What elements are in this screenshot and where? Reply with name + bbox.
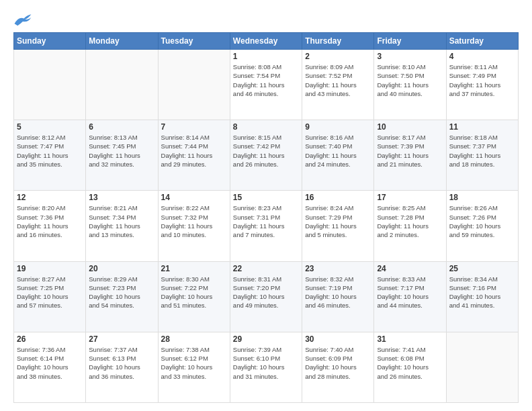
day-info: Sunrise: 8:14 AM Sunset: 7:44 PM Dayligh… [161,133,227,169]
day-info: Sunrise: 7:38 AM Sunset: 6:12 PM Dayligh… [161,345,227,381]
calendar-cell: 12Sunrise: 8:20 AM Sunset: 7:36 PM Dayli… [14,191,86,261]
day-number: 11 [449,122,515,132]
calendar-cell: 25Sunrise: 8:34 AM Sunset: 7:16 PM Dayli… [446,261,518,332]
calendar-week-3: 12Sunrise: 8:20 AM Sunset: 7:36 PM Dayli… [14,191,519,261]
day-number: 27 [89,334,154,344]
day-info: Sunrise: 8:12 AM Sunset: 7:47 PM Dayligh… [17,133,83,169]
col-header-thursday: Thursday [302,33,374,50]
calendar-cell: 9Sunrise: 8:16 AM Sunset: 7:40 PM Daylig… [302,120,374,191]
day-info: Sunrise: 8:25 AM Sunset: 7:28 PM Dayligh… [377,203,443,239]
day-info: Sunrise: 8:27 AM Sunset: 7:25 PM Dayligh… [17,275,83,310]
day-number: 26 [17,334,83,344]
day-info: Sunrise: 8:23 AM Sunset: 7:31 PM Dayligh… [233,203,299,239]
day-number: 13 [89,193,154,202]
day-number: 15 [233,193,299,202]
calendar-cell: 8Sunrise: 8:15 AM Sunset: 7:42 PM Daylig… [230,120,302,191]
day-number: 10 [377,122,443,132]
calendar-cell: 28Sunrise: 7:38 AM Sunset: 6:12 PM Dayli… [158,332,230,402]
day-number: 12 [17,193,83,202]
day-number: 24 [377,264,443,273]
calendar-cell: 30Sunrise: 7:40 AM Sunset: 6:09 PM Dayli… [302,332,374,402]
day-info: Sunrise: 8:13 AM Sunset: 7:45 PM Dayligh… [89,133,154,169]
day-number: 4 [449,52,515,61]
calendar-cell: 16Sunrise: 8:24 AM Sunset: 7:29 PM Dayli… [302,191,374,261]
calendar-cell: 2Sunrise: 8:09 AM Sunset: 7:52 PM Daylig… [302,50,374,120]
calendar-cell: 3Sunrise: 8:10 AM Sunset: 7:50 PM Daylig… [374,50,446,120]
day-info: Sunrise: 7:40 AM Sunset: 6:09 PM Dayligh… [305,345,371,381]
day-info: Sunrise: 8:11 AM Sunset: 7:49 PM Dayligh… [449,62,515,98]
day-number: 1 [233,52,299,61]
logo [13,12,35,27]
day-number: 6 [89,122,154,132]
calendar-cell: 26Sunrise: 7:36 AM Sunset: 6:14 PM Dayli… [14,332,86,402]
calendar-cell [158,50,230,120]
calendar-cell: 19Sunrise: 8:27 AM Sunset: 7:25 PM Dayli… [14,261,86,332]
col-header-sunday: Sunday [14,33,86,50]
day-info: Sunrise: 7:39 AM Sunset: 6:10 PM Dayligh… [233,345,299,381]
day-info: Sunrise: 8:15 AM Sunset: 7:42 PM Dayligh… [233,133,299,169]
day-info: Sunrise: 8:32 AM Sunset: 7:19 PM Dayligh… [305,275,371,310]
day-info: Sunrise: 8:17 AM Sunset: 7:39 PM Dayligh… [377,133,443,169]
calendar-cell: 18Sunrise: 8:26 AM Sunset: 7:26 PM Dayli… [446,191,518,261]
day-number: 31 [377,334,443,344]
header [13,12,519,27]
calendar-cell: 20Sunrise: 8:29 AM Sunset: 7:23 PM Dayli… [86,261,158,332]
day-number: 30 [305,334,371,344]
day-info: Sunrise: 8:26 AM Sunset: 7:26 PM Dayligh… [449,203,515,239]
calendar-cell [86,50,158,120]
calendar-cell: 14Sunrise: 8:22 AM Sunset: 7:32 PM Dayli… [158,191,230,261]
calendar-week-2: 5Sunrise: 8:12 AM Sunset: 7:47 PM Daylig… [14,120,519,191]
day-info: Sunrise: 8:16 AM Sunset: 7:40 PM Dayligh… [305,133,371,169]
day-info: Sunrise: 8:18 AM Sunset: 7:37 PM Dayligh… [449,133,515,169]
calendar-cell: 13Sunrise: 8:21 AM Sunset: 7:34 PM Dayli… [86,191,158,261]
day-info: Sunrise: 8:24 AM Sunset: 7:29 PM Dayligh… [305,203,371,239]
day-number: 14 [161,193,227,202]
calendar-cell: 17Sunrise: 8:25 AM Sunset: 7:28 PM Dayli… [374,191,446,261]
day-info: Sunrise: 8:22 AM Sunset: 7:32 PM Dayligh… [161,203,227,239]
day-number: 25 [449,264,515,273]
day-number: 16 [305,193,371,202]
col-header-tuesday: Tuesday [158,33,230,50]
calendar-cell: 11Sunrise: 8:18 AM Sunset: 7:37 PM Dayli… [446,120,518,191]
day-number: 19 [17,264,83,273]
day-info: Sunrise: 7:36 AM Sunset: 6:14 PM Dayligh… [17,345,83,381]
day-info: Sunrise: 8:21 AM Sunset: 7:34 PM Dayligh… [89,203,154,239]
day-info: Sunrise: 8:09 AM Sunset: 7:52 PM Dayligh… [305,62,371,98]
calendar-cell: 6Sunrise: 8:13 AM Sunset: 7:45 PM Daylig… [86,120,158,191]
calendar-cell: 27Sunrise: 7:37 AM Sunset: 6:13 PM Dayli… [86,332,158,402]
day-number: 17 [377,193,443,202]
calendar-cell: 29Sunrise: 7:39 AM Sunset: 6:10 PM Dayli… [230,332,302,402]
day-number: 7 [161,122,227,132]
day-number: 8 [233,122,299,132]
calendar-cell [14,50,86,120]
day-number: 2 [305,52,371,61]
calendar-cell: 22Sunrise: 8:31 AM Sunset: 7:20 PM Dayli… [230,261,302,332]
calendar-cell: 21Sunrise: 8:30 AM Sunset: 7:22 PM Dayli… [158,261,230,332]
day-number: 5 [17,122,83,132]
day-number: 20 [89,264,154,273]
col-header-monday: Monday [86,33,158,50]
day-number: 21 [161,264,227,273]
day-info: Sunrise: 8:20 AM Sunset: 7:36 PM Dayligh… [17,203,83,239]
calendar-cell [446,332,518,402]
calendar-header-row: SundayMondayTuesdayWednesdayThursdayFrid… [14,33,519,50]
col-header-saturday: Saturday [446,33,518,50]
day-number: 3 [377,52,443,61]
calendar-cell: 31Sunrise: 7:41 AM Sunset: 6:08 PM Dayli… [374,332,446,402]
day-number: 23 [305,264,371,273]
day-info: Sunrise: 8:10 AM Sunset: 7:50 PM Dayligh… [377,62,443,98]
day-info: Sunrise: 8:34 AM Sunset: 7:16 PM Dayligh… [449,275,515,310]
page: SundayMondayTuesdayWednesdayThursdayFrid… [0,0,532,411]
logo-bird-icon [13,12,32,27]
day-info: Sunrise: 7:41 AM Sunset: 6:08 PM Dayligh… [377,345,443,381]
col-header-wednesday: Wednesday [230,33,302,50]
calendar-table: SundayMondayTuesdayWednesdayThursdayFrid… [13,32,519,403]
day-info: Sunrise: 7:37 AM Sunset: 6:13 PM Dayligh… [89,345,154,381]
calendar-cell: 10Sunrise: 8:17 AM Sunset: 7:39 PM Dayli… [374,120,446,191]
calendar-cell: 23Sunrise: 8:32 AM Sunset: 7:19 PM Dayli… [302,261,374,332]
calendar-cell: 5Sunrise: 8:12 AM Sunset: 7:47 PM Daylig… [14,120,86,191]
calendar-cell: 24Sunrise: 8:33 AM Sunset: 7:17 PM Dayli… [374,261,446,332]
calendar-cell: 15Sunrise: 8:23 AM Sunset: 7:31 PM Dayli… [230,191,302,261]
day-info: Sunrise: 8:08 AM Sunset: 7:54 PM Dayligh… [233,62,299,98]
col-header-friday: Friday [374,33,446,50]
